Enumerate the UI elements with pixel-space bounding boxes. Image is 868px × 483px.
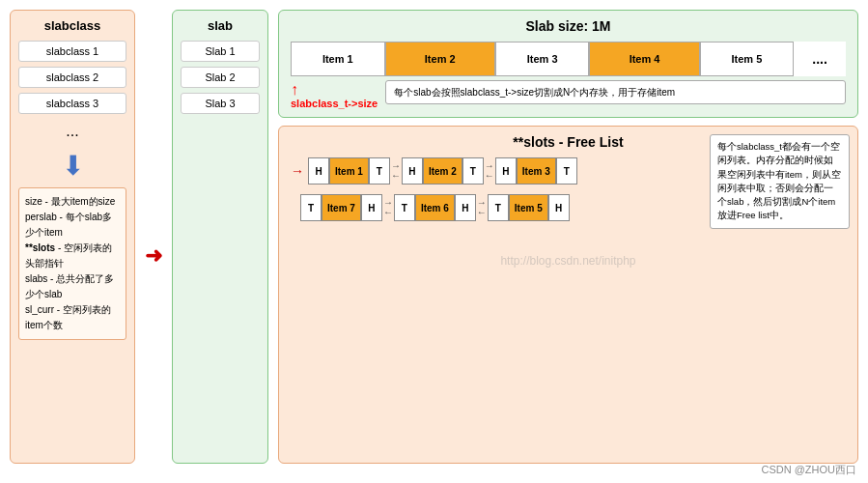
ll-t-7: T (300, 194, 322, 221)
slab-title: slab (208, 18, 233, 33)
slab-item-3: Slab 3 (181, 93, 260, 114)
slabclass-item-2: slabclass 2 (18, 67, 126, 88)
bidir-2-3: → ← (485, 161, 494, 181)
items-row: Item 1 Item 2 Item 3 Item 4 Item 5 .... (291, 42, 846, 76)
ll-t-2: T (462, 157, 484, 185)
ll-h-5: H (548, 194, 570, 221)
ll-h-7: H (361, 194, 382, 221)
ll-item-2: Item 2 (423, 157, 462, 185)
ll-node-2-2: T Item 6 H (394, 194, 476, 221)
bidir-1-2: → ← (391, 161, 401, 181)
connector-area: ➜ (145, 10, 162, 464)
slab-label-row: ↑ slabclass_t->size 每个slab会按照slabclass_t… (291, 80, 846, 109)
up-arrow-icon: ↑ (291, 82, 298, 98)
ll-item-3: Item 3 (517, 157, 556, 185)
ll-node-2-3: T Item 5 H (488, 194, 570, 221)
ll-node-2-1: T Item 7 H (300, 194, 382, 221)
slabclass-title: slabclass (44, 18, 101, 33)
slab-size-label-area: ↑ slabclass_t->size (291, 82, 378, 109)
ll-h-1: H (308, 157, 329, 185)
ll-h-2: H (402, 157, 423, 185)
ll-item-1: Item 1 (329, 157, 369, 185)
ll-h-6: H (455, 194, 476, 221)
ll-t-1: T (369, 157, 390, 185)
desc-line-4: sl_curr - 空闲列表的item个数 (25, 302, 120, 333)
slots-desc-box: 每个slabclass_t都会有一个空闲列表。内存分配的时候如果空闲列表中有it… (710, 134, 850, 229)
ll-item-6: Item 6 (415, 194, 455, 221)
slabclass-item-1: slabclass 1 (18, 41, 126, 62)
ll-h-3: H (495, 157, 517, 185)
arrow-down-icon: ⬇ (62, 150, 84, 182)
desc-line-0: size - 最大item的size (25, 194, 120, 210)
slabclass-dots: ... (66, 123, 78, 140)
main-container: slabclass slabclass 1 slabclass 2 slabcl… (0, 0, 868, 473)
slab-size-panel: Slab size: 1M Item 1 Item 2 Item 3 Item … (278, 10, 858, 118)
item-box-3: Item 3 (495, 42, 590, 76)
right-area: Slab size: 1M Item 1 Item 2 Item 3 Item … (278, 10, 858, 464)
item-box-5: Item 5 (700, 42, 795, 76)
item-box-4: Item 4 (589, 42, 699, 76)
slab-panel: slab Slab 1 Slab 2 Slab 3 (172, 10, 268, 464)
watermark: http://blog.csdn.net/initphp (500, 254, 635, 268)
bidir-6-5: → ← (477, 198, 487, 217)
slab-size-label: slabclass_t->size (291, 98, 378, 109)
item-box-dots: .... (794, 42, 846, 76)
ll-node-1-3: H Item 3 T (495, 157, 577, 185)
slabclass-item-3: slabclass 3 (18, 93, 126, 114)
ll-item-7: Item 7 (322, 194, 361, 221)
ll-node-1-2: H Item 2 T (402, 157, 484, 185)
csdn-label: CSDN @ZHOU西口 (761, 463, 856, 477)
slab-item-2: Slab 2 (181, 67, 260, 88)
item-box-2: Item 2 (385, 42, 495, 76)
desc-line-3: slabs - 总共分配了多少个slab (25, 271, 120, 302)
slots-panel: **slots - Free List http://blog.csdn.net… (278, 126, 858, 464)
item-box-1: Item 1 (291, 42, 385, 76)
ll-item-5: Item 5 (509, 194, 548, 221)
slab-size-title: Slab size: 1M (291, 18, 846, 34)
entry-arrow-1: → (291, 163, 304, 179)
desc-line-2: **slots - 空闲列表的头部指针 (25, 241, 120, 271)
ll-t-3: T (556, 157, 577, 185)
slabclass-panel: slabclass slabclass 1 slabclass 2 slabcl… (10, 10, 135, 464)
bidir-7-6: → ← (383, 198, 393, 217)
ll-node-1-1: H Item 1 T (308, 157, 390, 185)
slab-item-1: Slab 1 (181, 41, 260, 62)
desc-line-1: perslab - 每个slab多少个item (25, 210, 120, 241)
right-arrow-icon: ➜ (145, 243, 162, 269)
slabclass-desc: size - 最大item的size perslab - 每个slab多少个it… (18, 187, 126, 340)
ll-t-6: T (394, 194, 415, 221)
ll-t-5: T (488, 194, 509, 221)
slab-desc-box: 每个slab会按照slabclass_t->size切割成N个内存块，用于存储i… (385, 80, 846, 104)
